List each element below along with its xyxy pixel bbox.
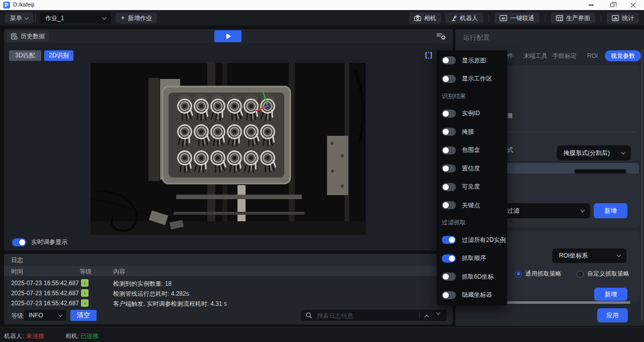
tab-roi[interactable]: ROI — [587, 50, 598, 61]
tab-hand-eye-calibration[interactable]: 手眼标定 — [552, 50, 577, 61]
toggle-switch[interactable] — [442, 183, 456, 191]
log-level-badge: I — [81, 289, 89, 297]
tab-2d-recognition[interactable]: 2D识别 — [44, 50, 73, 61]
add-job-button[interactable]: 新增作业 — [116, 13, 157, 24]
toggle-switch[interactable] — [442, 56, 456, 64]
display-menu-item[interactable]: 抓取顺序 — [437, 253, 507, 264]
chevron-up-icon[interactable] — [425, 315, 429, 319]
menubar-button-label: 机器人 — [460, 14, 478, 23]
display-menu-item-label: 隐藏坐标器 — [462, 291, 492, 299]
toggle-switch[interactable] — [442, 291, 456, 299]
toggle-switch[interactable] — [442, 164, 456, 173]
display-menu-item[interactable]: 显示工作区 — [437, 73, 507, 84]
display-menu-item[interactable]: 掩膜 — [437, 126, 507, 137]
display-options-menu: 显示原图显示工作区识别结果实例ID掩膜包围盒置信度可见度关键点过滤抓取过滤所有2… — [437, 50, 507, 305]
realtime-toggle-label: 实时调参显示 — [31, 238, 67, 246]
display-menu-item-label: 包围盒 — [462, 146, 480, 154]
toggle-switch[interactable] — [442, 110, 456, 118]
menubar-button-robot[interactable]: 机器人 — [445, 13, 483, 24]
tab-3d-match[interactable]: 3D匹配 — [9, 50, 41, 61]
camera-image[interactable] — [91, 63, 366, 235]
display-menu-item[interactable]: 关键点 — [437, 200, 507, 211]
tab-vision-params[interactable]: 视觉参数 — [605, 50, 641, 61]
apply-button[interactable]: 应用 — [597, 308, 628, 322]
maximize-button[interactable] — [602, 0, 623, 10]
menubar-button-statistics[interactable]: 统计 — [607, 13, 639, 24]
display-menu-item[interactable]: 过滤所有2D实例 — [437, 234, 507, 245]
display-menu-item-label: 关键点 — [462, 201, 480, 210]
tab-fragment[interactable]: 件 — [507, 50, 513, 61]
display-menu-item-label: 显示原图 — [462, 56, 486, 65]
display-menu-item[interactable]: 包围盒 — [437, 145, 507, 156]
filter-add-button[interactable]: 新增 — [594, 203, 627, 218]
application-window: P D:/kafeiji 菜单 作业_1 新增作业 相机机器人AI一键联通生产界… — [0, 0, 644, 342]
menubar: 菜单 作业_1 新增作业 相机机器人AI一键联通生产界面统计 — [0, 10, 644, 26]
close-button[interactable] — [623, 0, 644, 10]
menubar-divider — [35, 14, 36, 23]
toggle-switch[interactable] — [442, 254, 456, 263]
play-button[interactable] — [214, 30, 242, 42]
clear-log-button[interactable]: 清空 — [70, 310, 97, 321]
statusbar: 机器人: 未连接 相机: 已连接 — [0, 327, 644, 342]
display-menu-item[interactable]: 置信度 — [437, 163, 507, 174]
minimize-button[interactable] — [581, 0, 602, 10]
history-data-button[interactable]: 历史数据 — [7, 31, 49, 42]
chevron-down-icon — [581, 208, 585, 212]
display-menu-item-label: 显示工作区 — [462, 74, 492, 83]
strategy-add-button[interactable]: 新增 — [594, 288, 627, 301]
menubar-button-label: 统计 — [622, 14, 634, 23]
display-menu-item[interactable]: 显示原图 — [437, 55, 507, 66]
fit-view-icon[interactable] — [424, 51, 433, 59]
robot-status-value: 未连接 — [26, 332, 44, 340]
display-menu-section-header: 过滤抓取 — [437, 218, 507, 227]
display-menu-item[interactable]: 可见度 — [437, 182, 507, 193]
toggle-switch[interactable] — [442, 273, 456, 281]
vertical-scrollbar[interactable] — [641, 49, 643, 321]
display-menu-item[interactable]: 隐藏坐标器 — [437, 290, 507, 301]
display-menu-section-header: 识别结果 — [437, 92, 507, 101]
menubar-separator — [601, 14, 601, 22]
mask-mode-select[interactable]: 掩膜形式(分割后) — [557, 145, 631, 160]
camera-status-value: 已连接 — [80, 332, 99, 340]
display-menu-item-label: 置信度 — [462, 164, 480, 173]
chevron-down-icon — [621, 150, 625, 154]
radio-custom-strategy[interactable]: 自定义抓取策略 — [577, 270, 629, 278]
log-time: 2025-07-23 16:55:42,687 — [11, 280, 79, 287]
chevron-down-icon[interactable] — [436, 311, 440, 315]
log-rows: 2025-07-23 16:55:42,687I检测到的实例数量: 182025… — [4, 278, 453, 308]
robot-icon — [450, 15, 457, 21]
log-panel-title: 日志 — [4, 254, 453, 266]
camera-icon — [414, 15, 421, 21]
radio-circle — [515, 271, 522, 278]
toggle-switch[interactable] — [442, 201, 456, 209]
toggle-switch[interactable] — [442, 75, 456, 83]
restore-icon — [610, 3, 614, 7]
log-table-header: 时间 等级 内容 — [4, 266, 453, 276]
menubar-right: 相机机器人AI一键联通生产界面统计 — [409, 13, 639, 24]
log-level-select[interactable]: INFO — [24, 310, 66, 321]
viewer-panel: 历史数据 3D匹配 2D识别 — [4, 29, 453, 250]
stats-icon — [612, 15, 619, 21]
display-settings-icon[interactable] — [436, 32, 446, 40]
toggle-switch[interactable] — [442, 128, 456, 136]
tab-end-tool[interactable]: 末端工具 — [523, 50, 547, 61]
log-content: 检测管线运行总耗时: 4.282s — [113, 290, 189, 298]
menu-button[interactable]: 菜单 — [5, 13, 33, 24]
menubar-button-production-ui[interactable]: 生产界面 — [551, 13, 595, 24]
search-input[interactable]: 搜索日志信息 — [301, 310, 447, 321]
realtime-toggle[interactable] — [12, 238, 26, 246]
menubar-button-one-key-link[interactable]: AI一键联通 — [495, 13, 539, 24]
toggle-switch[interactable] — [442, 236, 456, 244]
toggle-switch[interactable] — [442, 146, 456, 154]
ai-icon: AI — [500, 15, 507, 21]
chevron-down-icon — [102, 15, 106, 19]
display-menu-item[interactable]: 实例ID — [437, 108, 507, 119]
job-select[interactable]: 作业_1 — [40, 13, 111, 24]
table-row: 2025-07-23 16:55:42,687I客户端触发, 实时调参检测流程耗… — [4, 298, 453, 308]
roi-coordinate-select[interactable]: ROI坐标系 — [552, 248, 626, 263]
display-menu-item-label: 可见度 — [462, 183, 480, 191]
menubar-button-label: 相机 — [424, 14, 436, 23]
menubar-button-camera[interactable]: 相机 — [409, 13, 441, 24]
display-menu-item[interactable]: 抓取6D坐标 — [437, 271, 507, 282]
radio-general-strategy[interactable]: 通用抓取策略 — [515, 270, 561, 278]
